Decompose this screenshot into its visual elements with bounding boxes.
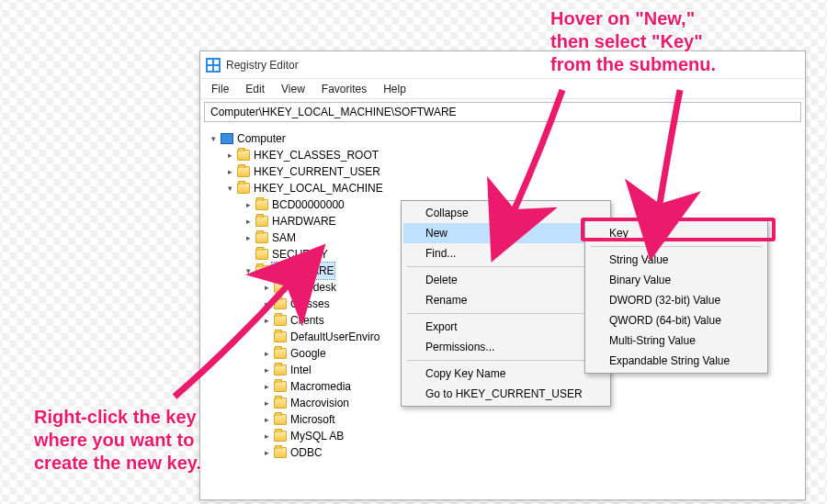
menu-item-export[interactable]: Export bbox=[403, 317, 608, 337]
chevron-right-icon[interactable]: ▸ bbox=[261, 364, 272, 375]
menu-help[interactable]: Help bbox=[376, 81, 414, 97]
address-text: Computer\HKEY_LOCAL_MACHINE\SOFTWARE bbox=[210, 106, 457, 118]
folder-icon bbox=[274, 381, 287, 392]
tree-label: ODBC bbox=[290, 444, 323, 461]
submenu-item-binary[interactable]: Binary Value bbox=[587, 270, 765, 290]
tree-label: MySQL AB bbox=[290, 428, 344, 444]
chevron-right-icon[interactable]: ▸ bbox=[261, 414, 272, 425]
submenu-item-expandable[interactable]: Expandable String Value bbox=[587, 351, 765, 371]
context-menu: Collapse New ▶ Find... Delete Rename Exp… bbox=[401, 200, 611, 407]
tree-label: Clients bbox=[290, 312, 324, 329]
tree-label: Macromedia bbox=[290, 378, 351, 395]
computer-icon bbox=[221, 133, 233, 144]
address-bar[interactable]: Computer\HKEY_LOCAL_MACHINE\SOFTWARE bbox=[204, 102, 801, 122]
chevron-down-icon[interactable]: ▾ bbox=[243, 265, 254, 276]
regedit-icon bbox=[206, 58, 221, 73]
tree-label: Microsoft bbox=[290, 411, 335, 428]
submenu-item-qword[interactable]: QWORD (64-bit) Value bbox=[587, 310, 765, 330]
chevron-down-icon[interactable]: ▾ bbox=[208, 133, 219, 144]
tree-root-label: Computer bbox=[237, 130, 286, 147]
chevron-right-icon[interactable]: ▸ bbox=[261, 348, 272, 359]
folder-icon bbox=[237, 150, 250, 161]
tree-label: HKEY_CURRENT_USER bbox=[254, 163, 380, 180]
tree-label: Google bbox=[290, 345, 326, 362]
chevron-right-icon[interactable]: ▸ bbox=[243, 232, 254, 243]
chevron-right-icon[interactable]: ▸ bbox=[224, 166, 235, 177]
tree-label: Intel bbox=[290, 362, 312, 378]
context-submenu-new: Key String Value Binary Value DWORD (32-… bbox=[584, 220, 768, 374]
menu-item-permissions[interactable]: Permissions... bbox=[403, 337, 608, 357]
tree-root[interactable]: ▾ Computer bbox=[206, 130, 803, 147]
folder-icon bbox=[274, 282, 287, 293]
menu-view[interactable]: View bbox=[274, 81, 312, 97]
menubar: File Edit View Favorites Help bbox=[200, 79, 805, 99]
menu-item-delete[interactable]: Delete bbox=[403, 270, 608, 290]
menu-item-new[interactable]: New ▶ bbox=[403, 223, 608, 243]
tree-label: HARDWARE bbox=[272, 213, 336, 230]
annotation-text-top: Hover on "New," then select "Key" from t… bbox=[550, 7, 716, 76]
chevron-right-icon[interactable]: ▸ bbox=[261, 381, 272, 392]
tree-label: HKEY_CLASSES_ROOT bbox=[254, 147, 379, 163]
folder-icon bbox=[274, 331, 287, 342]
chevron-right-icon[interactable]: ▸ bbox=[261, 298, 272, 309]
submenu-item-key[interactable]: Key bbox=[587, 223, 765, 243]
chevron-right-icon[interactable]: ▸ bbox=[243, 216, 254, 227]
tree-item[interactable]: ▸ODBC bbox=[206, 444, 803, 461]
folder-icon bbox=[255, 216, 268, 227]
folder-icon bbox=[274, 364, 287, 375]
folder-icon bbox=[274, 348, 287, 359]
tree-label: Classes bbox=[290, 296, 330, 312]
submenu-item-multistring[interactable]: Multi-String Value bbox=[587, 330, 765, 351]
chevron-right-icon[interactable]: ▸ bbox=[261, 447, 272, 458]
folder-icon bbox=[237, 183, 250, 194]
tree-label: Macrovision bbox=[290, 395, 349, 411]
folder-icon bbox=[274, 431, 287, 442]
tree-item-hklm[interactable]: ▾ HKEY_LOCAL_MACHINE bbox=[206, 180, 803, 196]
tree-label: SECURITY bbox=[272, 246, 328, 263]
tree-label: BCD00000000 bbox=[272, 196, 345, 213]
tree-item-hkcu[interactable]: ▸ HKEY_CURRENT_USER bbox=[206, 163, 803, 180]
tree-item[interactable]: ▸MySQL AB bbox=[206, 428, 803, 444]
menu-separator bbox=[591, 246, 762, 247]
chevron-right-icon[interactable]: ▸ bbox=[243, 199, 254, 210]
folder-icon bbox=[255, 199, 268, 210]
menu-item-find[interactable]: Find... bbox=[403, 243, 608, 263]
menu-item-goto-hkcu[interactable]: Go to HKEY_CURRENT_USER bbox=[403, 384, 608, 404]
folder-icon bbox=[274, 398, 287, 409]
menu-item-copy-key-name[interactable]: Copy Key Name bbox=[403, 364, 608, 384]
chevron-right-icon[interactable]: ▸ bbox=[261, 398, 272, 409]
menu-separator bbox=[407, 360, 605, 361]
submenu-item-dword[interactable]: DWORD (32-bit) Value bbox=[587, 290, 765, 310]
chevron-down-icon[interactable]: ▾ bbox=[224, 183, 235, 194]
folder-icon bbox=[274, 298, 287, 309]
folder-icon bbox=[274, 447, 287, 458]
menu-item-collapse[interactable]: Collapse bbox=[403, 203, 608, 223]
folder-icon bbox=[237, 166, 250, 177]
tree-label: SAM bbox=[272, 230, 296, 246]
menu-edit[interactable]: Edit bbox=[238, 81, 272, 97]
window-title: Registry Editor bbox=[226, 59, 299, 72]
menu-favorites[interactable]: Favorites bbox=[314, 81, 374, 97]
tree-item[interactable]: ▸Microsoft bbox=[206, 411, 803, 428]
folder-icon bbox=[255, 249, 268, 260]
tree-label-selected: SOFTWARE bbox=[272, 263, 334, 279]
tree-item-hkcr[interactable]: ▸ HKEY_CLASSES_ROOT bbox=[206, 147, 803, 163]
chevron-right-icon[interactable]: ▸ bbox=[224, 150, 235, 161]
tree-label: Autodesk bbox=[290, 279, 336, 296]
menu-item-label: New bbox=[425, 227, 447, 240]
folder-icon bbox=[274, 414, 287, 425]
tree-label: HKEY_LOCAL_MACHINE bbox=[254, 180, 383, 196]
menu-separator bbox=[407, 313, 605, 314]
menu-separator bbox=[407, 266, 605, 267]
folder-icon bbox=[255, 232, 268, 243]
folder-icon bbox=[274, 315, 287, 326]
chevron-right-icon[interactable]: ▸ bbox=[261, 315, 272, 326]
annotation-text-bottom: Right-click the key where you want to cr… bbox=[34, 406, 201, 475]
chevron-right-icon[interactable]: ▸ bbox=[261, 431, 272, 442]
menu-file[interactable]: File bbox=[204, 81, 236, 97]
tree-label: DefaultUserEnviro bbox=[290, 329, 380, 345]
chevron-right-icon[interactable]: ▸ bbox=[261, 282, 272, 293]
menu-item-rename[interactable]: Rename bbox=[403, 290, 608, 310]
submenu-item-string[interactable]: String Value bbox=[587, 250, 765, 270]
folder-icon bbox=[255, 265, 268, 276]
